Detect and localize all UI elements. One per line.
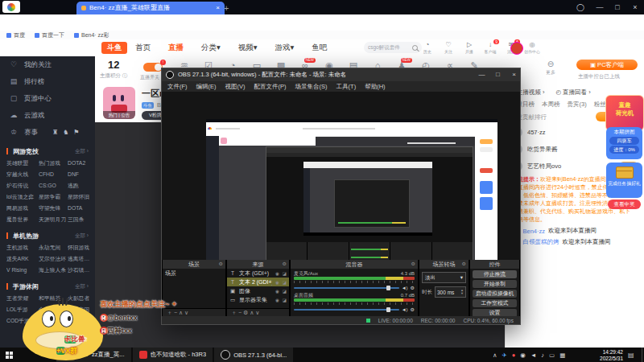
- game-category-link[interactable]: 英雄联盟: [6, 158, 39, 169]
- game-category-link[interactable]: 艾尔登法环: [39, 253, 68, 265]
- nav-user-icon[interactable]: ♡关注: [438, 41, 459, 56]
- chest-widget[interactable]: 完成任务抽好礼: [606, 162, 642, 198]
- section-more-link[interactable]: 全部 ›: [75, 283, 89, 290]
- tray-icon[interactable]: ▭: [549, 352, 555, 359]
- obs-menu-item[interactable]: 工具(T): [336, 83, 357, 91]
- speaker-icon[interactable]: ◄): [402, 307, 408, 312]
- obs-close-button[interactable]: ×: [508, 68, 520, 81]
- game-category-link[interactable]: 海上狼人杀: [39, 265, 68, 276]
- rank-tab[interactable]: 贵宾(3): [568, 101, 587, 109]
- more-button[interactable]: ⊖更多: [543, 60, 559, 77]
- obs-title-bar[interactable]: OBS 27.1.3 (64-bit, windows) - 配置文件: 未命名…: [162, 68, 520, 81]
- nav-link[interactable]: 分类▾: [201, 43, 221, 53]
- game-category-link[interactable]: 星际争霸: [39, 191, 68, 203]
- notification-icon[interactable]: ▤: [628, 352, 634, 359]
- obs-maximize-button[interactable]: □: [492, 68, 504, 81]
- nav-link[interactable]: 视频▾: [238, 43, 258, 53]
- volume-slider[interactable]: [294, 287, 399, 289]
- match-mini-icon[interactable]: ♞: [63, 124, 68, 141]
- lock-icon[interactable]: ◪: [283, 298, 287, 302]
- transitions-dock-title[interactable]: 场景转场⚙: [419, 260, 469, 269]
- obs-control-button[interactable]: 启动虚拟摄像机: [473, 290, 517, 298]
- bookmark-item[interactable]: 百度一下: [35, 31, 64, 39]
- game-category-link[interactable]: 怀旧游戏: [68, 242, 95, 253]
- sources-toolbar[interactable]: ＋ − ⚙ ∧ ∨: [227, 308, 289, 316]
- obs-menu-item[interactable]: 配置文件(P): [254, 83, 287, 91]
- game-category-link[interactable]: CS:GO: [39, 180, 68, 191]
- volume-slider[interactable]: [294, 309, 399, 311]
- lock-icon[interactable]: ◪: [283, 271, 287, 276]
- game-category-link[interactable]: 迷失ARK: [6, 253, 39, 265]
- game-category-link[interactable]: 守望先锋: [39, 203, 68, 214]
- source-item[interactable]: ▭ 显示器采集 ◉ ◪: [227, 295, 289, 304]
- game-category-link[interactable]: DOTA2: [68, 158, 95, 169]
- match-mini-icon[interactable]: ⚑: [73, 124, 79, 141]
- tray-icon[interactable]: ▦: [559, 352, 565, 359]
- game-category-link[interactable]: 天涯明月刀: [39, 214, 68, 225]
- game-category-link[interactable]: lol云顶之弈: [6, 191, 39, 203]
- obs-menu-item[interactable]: 场景集合(S): [295, 83, 328, 91]
- obs-control-button[interactable]: 工作室模式: [473, 299, 517, 307]
- source-item[interactable]: T 文本 (GDI+) ◉ ◪: [227, 269, 289, 278]
- dock-gear-icon[interactable]: ⚙: [219, 260, 223, 269]
- source-item[interactable]: ▣ 图像 ◉ ◪: [227, 286, 289, 295]
- dock-gear-icon[interactable]: ⚙: [411, 260, 415, 269]
- game-category-link[interactable]: 热门游戏: [39, 158, 68, 169]
- mixer-dock-title[interactable]: 混音器⚙: [291, 260, 418, 269]
- game-category-link[interactable]: 沙石镇时光: [68, 265, 95, 276]
- sidebar-item[interactable]: ▢页游中心: [0, 90, 95, 107]
- nav-link[interactable]: 直播: [168, 43, 184, 53]
- nav-user-icon[interactable]: ◔历史: [417, 41, 438, 56]
- replay-link[interactable]: ◴ 直播回看 ›: [555, 88, 590, 97]
- source-item[interactable]: T 文本 2 (GDI+) ◉ ◪: [227, 278, 289, 286]
- visibility-icon[interactable]: ◉: [275, 298, 279, 302]
- obs-minimize-button[interactable]: —: [476, 68, 488, 81]
- obs-control-button[interactable]: 开始录制: [473, 280, 517, 288]
- game-category-link[interactable]: 星际怀旧: [68, 191, 95, 203]
- game-category-link[interactable]: 穿越火线: [6, 169, 39, 180]
- nav-user-icon[interactable]: ◎创作中心: [522, 41, 543, 56]
- sidebar-item[interactable]: ☁云游戏: [0, 107, 95, 124]
- site-search-box[interactable]: csgo解说套件: [364, 42, 422, 53]
- section-more-link[interactable]: 全部 ›: [75, 148, 89, 155]
- obs-menu-item[interactable]: 帮助(H): [365, 83, 385, 91]
- game-category-link[interactable]: 炉石传说: [6, 180, 39, 191]
- browser-logo-icon[interactable]: [2, 1, 20, 13]
- speaker-icon[interactable]: ◄): [402, 286, 408, 290]
- tray-icon[interactable]: ♪: [541, 352, 544, 359]
- visibility-icon[interactable]: ◉: [275, 271, 279, 276]
- channel-gear-icon[interactable]: ⚙: [411, 285, 415, 290]
- sources-dock-title[interactable]: 来源⚙: [227, 260, 289, 269]
- taskbar-task[interactable]: OBS 27.1.3 (64-bi...: [214, 348, 293, 362]
- activity-banner[interactable]: 童趣 荷光机: [605, 95, 644, 131]
- nav-link[interactable]: 游戏▾: [275, 43, 295, 53]
- rank-tab[interactable]: 本周榜: [542, 101, 560, 109]
- tray-icon[interactable]: ◄: [530, 352, 536, 359]
- obs-control-button[interactable]: 设置: [473, 309, 517, 316]
- game-category-link[interactable]: 主机游戏: [6, 242, 39, 253]
- rank-tab[interactable]: 粉丝: [594, 101, 606, 109]
- new-tab-button[interactable]: +: [224, 2, 229, 14]
- tray-icon[interactable]: ✈: [502, 352, 507, 359]
- sidebar-item-match[interactable]: ♔ 赛事 ♜♞⚑: [0, 124, 95, 141]
- bookmark-item[interactable]: Ben4· zz彩: [74, 31, 109, 39]
- obs-menu-item[interactable]: 编辑(E): [196, 83, 217, 91]
- browser-profile-icon[interactable]: ◯: [573, 0, 588, 14]
- tray-icon[interactable]: ◉: [520, 352, 526, 359]
- nav-user-icon[interactable]: ↓客户端9: [480, 41, 501, 56]
- taskbar-clock[interactable]: 14:29:42 2022/5/31: [584, 349, 623, 361]
- start-button[interactable]: [6, 352, 13, 359]
- bookmark-item[interactable]: 百度: [6, 31, 25, 39]
- game-category-link[interactable]: DOTA: [68, 203, 95, 214]
- spinner-arrows[interactable]: ▲▼: [460, 289, 464, 295]
- visibility-icon[interactable]: ◉: [275, 280, 279, 285]
- match-mini-icon[interactable]: ♜: [52, 124, 58, 141]
- window-close-button[interactable]: ×: [628, 0, 642, 14]
- nav-user-icon[interactable]: ▷开播: [459, 41, 480, 56]
- nav-link[interactable]: 鱼吧: [312, 43, 327, 53]
- game-category-link[interactable]: V Rising: [6, 265, 39, 276]
- game-category-link[interactable]: 永劫无间: [39, 242, 68, 253]
- game-category-link[interactable]: 魔兽世界: [6, 214, 39, 225]
- user-avatar[interactable]: [510, 42, 523, 55]
- window-maximize-button[interactable]: □: [610, 0, 625, 14]
